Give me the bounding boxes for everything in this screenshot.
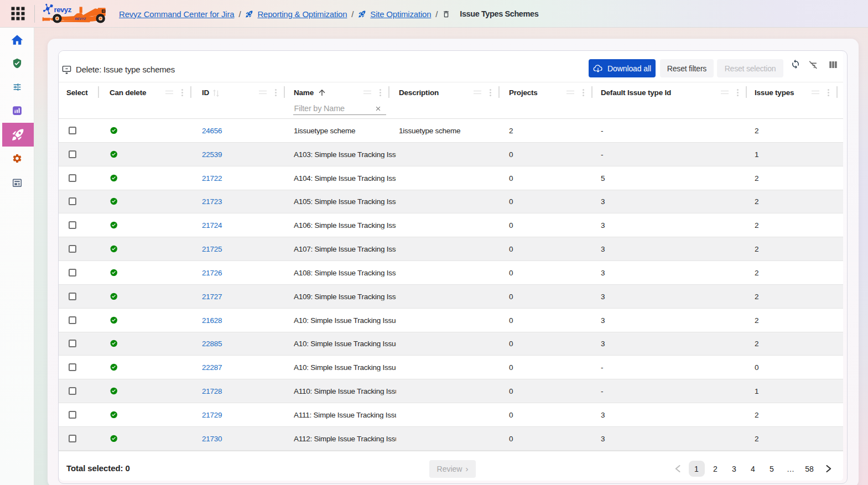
svg-text:42: 42: [102, 10, 106, 13]
svg-text:REVYZ: REVYZ: [75, 17, 86, 20]
svg-text:revyz: revyz: [54, 6, 72, 14]
